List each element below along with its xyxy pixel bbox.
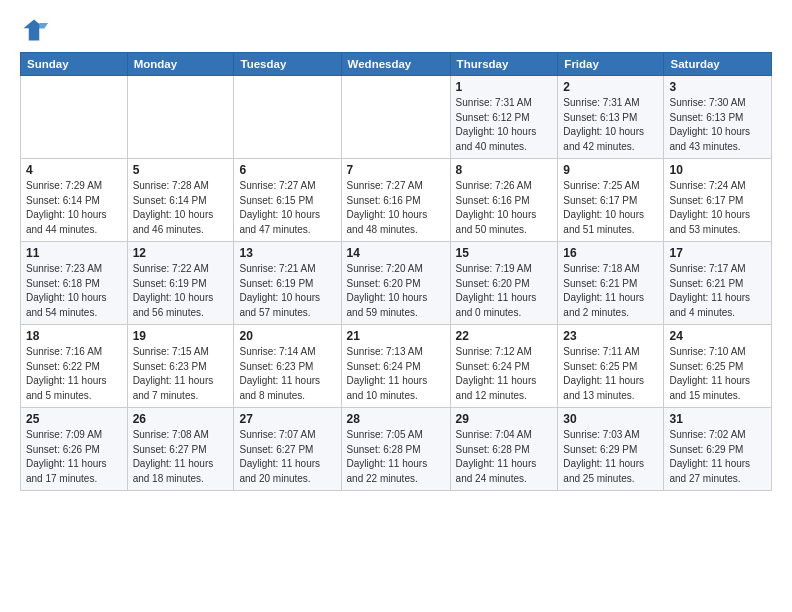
- day-cell: 2Sunrise: 7:31 AM Sunset: 6:13 PM Daylig…: [558, 76, 664, 159]
- day-cell: 13Sunrise: 7:21 AM Sunset: 6:19 PM Dayli…: [234, 242, 341, 325]
- day-number: 25: [26, 412, 122, 426]
- day-cell: 8Sunrise: 7:26 AM Sunset: 6:16 PM Daylig…: [450, 159, 558, 242]
- weekday-header-sunday: Sunday: [21, 53, 128, 76]
- day-cell: 11Sunrise: 7:23 AM Sunset: 6:18 PM Dayli…: [21, 242, 128, 325]
- day-info: Sunrise: 7:20 AM Sunset: 6:20 PM Dayligh…: [347, 262, 445, 320]
- day-info: Sunrise: 7:09 AM Sunset: 6:26 PM Dayligh…: [26, 428, 122, 486]
- day-info: Sunrise: 7:14 AM Sunset: 6:23 PM Dayligh…: [239, 345, 335, 403]
- day-info: Sunrise: 7:11 AM Sunset: 6:25 PM Dayligh…: [563, 345, 658, 403]
- day-number: 29: [456, 412, 553, 426]
- day-number: 13: [239, 246, 335, 260]
- day-info: Sunrise: 7:15 AM Sunset: 6:23 PM Dayligh…: [133, 345, 229, 403]
- day-cell: 7Sunrise: 7:27 AM Sunset: 6:16 PM Daylig…: [341, 159, 450, 242]
- day-cell: 5Sunrise: 7:28 AM Sunset: 6:14 PM Daylig…: [127, 159, 234, 242]
- day-cell: 10Sunrise: 7:24 AM Sunset: 6:17 PM Dayli…: [664, 159, 772, 242]
- day-number: 20: [239, 329, 335, 343]
- day-info: Sunrise: 7:22 AM Sunset: 6:19 PM Dayligh…: [133, 262, 229, 320]
- week-row-5: 25Sunrise: 7:09 AM Sunset: 6:26 PM Dayli…: [21, 408, 772, 491]
- day-number: 30: [563, 412, 658, 426]
- logo-icon: [20, 16, 48, 44]
- day-number: 17: [669, 246, 766, 260]
- day-info: Sunrise: 7:13 AM Sunset: 6:24 PM Dayligh…: [347, 345, 445, 403]
- day-number: 11: [26, 246, 122, 260]
- day-cell: 22Sunrise: 7:12 AM Sunset: 6:24 PM Dayli…: [450, 325, 558, 408]
- page: SundayMondayTuesdayWednesdayThursdayFrid…: [0, 0, 792, 507]
- day-cell: 29Sunrise: 7:04 AM Sunset: 6:28 PM Dayli…: [450, 408, 558, 491]
- day-cell: [21, 76, 128, 159]
- day-cell: [341, 76, 450, 159]
- day-number: 16: [563, 246, 658, 260]
- day-info: Sunrise: 7:21 AM Sunset: 6:19 PM Dayligh…: [239, 262, 335, 320]
- day-info: Sunrise: 7:29 AM Sunset: 6:14 PM Dayligh…: [26, 179, 122, 237]
- day-cell: 27Sunrise: 7:07 AM Sunset: 6:27 PM Dayli…: [234, 408, 341, 491]
- day-cell: [234, 76, 341, 159]
- day-info: Sunrise: 7:25 AM Sunset: 6:17 PM Dayligh…: [563, 179, 658, 237]
- day-number: 24: [669, 329, 766, 343]
- day-cell: 1Sunrise: 7:31 AM Sunset: 6:12 PM Daylig…: [450, 76, 558, 159]
- day-number: 22: [456, 329, 553, 343]
- day-info: Sunrise: 7:10 AM Sunset: 6:25 PM Dayligh…: [669, 345, 766, 403]
- day-number: 31: [669, 412, 766, 426]
- day-info: Sunrise: 7:31 AM Sunset: 6:13 PM Dayligh…: [563, 96, 658, 154]
- weekday-header-saturday: Saturday: [664, 53, 772, 76]
- day-number: 9: [563, 163, 658, 177]
- day-cell: [127, 76, 234, 159]
- day-info: Sunrise: 7:26 AM Sunset: 6:16 PM Dayligh…: [456, 179, 553, 237]
- day-info: Sunrise: 7:19 AM Sunset: 6:20 PM Dayligh…: [456, 262, 553, 320]
- week-row-3: 11Sunrise: 7:23 AM Sunset: 6:18 PM Dayli…: [21, 242, 772, 325]
- day-number: 10: [669, 163, 766, 177]
- day-number: 21: [347, 329, 445, 343]
- header: [20, 16, 772, 44]
- day-info: Sunrise: 7:27 AM Sunset: 6:15 PM Dayligh…: [239, 179, 335, 237]
- day-info: Sunrise: 7:12 AM Sunset: 6:24 PM Dayligh…: [456, 345, 553, 403]
- day-cell: 31Sunrise: 7:02 AM Sunset: 6:29 PM Dayli…: [664, 408, 772, 491]
- weekday-header-thursday: Thursday: [450, 53, 558, 76]
- day-number: 1: [456, 80, 553, 94]
- day-number: 4: [26, 163, 122, 177]
- day-info: Sunrise: 7:18 AM Sunset: 6:21 PM Dayligh…: [563, 262, 658, 320]
- day-cell: 14Sunrise: 7:20 AM Sunset: 6:20 PM Dayli…: [341, 242, 450, 325]
- weekday-header-wednesday: Wednesday: [341, 53, 450, 76]
- day-cell: 6Sunrise: 7:27 AM Sunset: 6:15 PM Daylig…: [234, 159, 341, 242]
- day-info: Sunrise: 7:31 AM Sunset: 6:12 PM Dayligh…: [456, 96, 553, 154]
- week-row-2: 4Sunrise: 7:29 AM Sunset: 6:14 PM Daylig…: [21, 159, 772, 242]
- day-info: Sunrise: 7:02 AM Sunset: 6:29 PM Dayligh…: [669, 428, 766, 486]
- weekday-header-tuesday: Tuesday: [234, 53, 341, 76]
- day-info: Sunrise: 7:03 AM Sunset: 6:29 PM Dayligh…: [563, 428, 658, 486]
- day-number: 19: [133, 329, 229, 343]
- day-cell: 12Sunrise: 7:22 AM Sunset: 6:19 PM Dayli…: [127, 242, 234, 325]
- day-info: Sunrise: 7:17 AM Sunset: 6:21 PM Dayligh…: [669, 262, 766, 320]
- day-info: Sunrise: 7:24 AM Sunset: 6:17 PM Dayligh…: [669, 179, 766, 237]
- day-number: 26: [133, 412, 229, 426]
- day-number: 18: [26, 329, 122, 343]
- day-cell: 24Sunrise: 7:10 AM Sunset: 6:25 PM Dayli…: [664, 325, 772, 408]
- day-cell: 18Sunrise: 7:16 AM Sunset: 6:22 PM Dayli…: [21, 325, 128, 408]
- day-number: 27: [239, 412, 335, 426]
- day-cell: 17Sunrise: 7:17 AM Sunset: 6:21 PM Dayli…: [664, 242, 772, 325]
- logo: [20, 16, 52, 44]
- svg-marker-0: [24, 20, 45, 41]
- day-cell: 19Sunrise: 7:15 AM Sunset: 6:23 PM Dayli…: [127, 325, 234, 408]
- day-number: 8: [456, 163, 553, 177]
- day-number: 5: [133, 163, 229, 177]
- day-number: 2: [563, 80, 658, 94]
- week-row-4: 18Sunrise: 7:16 AM Sunset: 6:22 PM Dayli…: [21, 325, 772, 408]
- day-cell: 20Sunrise: 7:14 AM Sunset: 6:23 PM Dayli…: [234, 325, 341, 408]
- day-info: Sunrise: 7:16 AM Sunset: 6:22 PM Dayligh…: [26, 345, 122, 403]
- day-cell: 4Sunrise: 7:29 AM Sunset: 6:14 PM Daylig…: [21, 159, 128, 242]
- calendar: SundayMondayTuesdayWednesdayThursdayFrid…: [20, 52, 772, 491]
- weekday-header-monday: Monday: [127, 53, 234, 76]
- week-row-1: 1Sunrise: 7:31 AM Sunset: 6:12 PM Daylig…: [21, 76, 772, 159]
- day-number: 3: [669, 80, 766, 94]
- day-info: Sunrise: 7:04 AM Sunset: 6:28 PM Dayligh…: [456, 428, 553, 486]
- day-number: 14: [347, 246, 445, 260]
- weekday-header-row: SundayMondayTuesdayWednesdayThursdayFrid…: [21, 53, 772, 76]
- day-info: Sunrise: 7:05 AM Sunset: 6:28 PM Dayligh…: [347, 428, 445, 486]
- day-cell: 16Sunrise: 7:18 AM Sunset: 6:21 PM Dayli…: [558, 242, 664, 325]
- day-number: 15: [456, 246, 553, 260]
- day-cell: 30Sunrise: 7:03 AM Sunset: 6:29 PM Dayli…: [558, 408, 664, 491]
- weekday-header-friday: Friday: [558, 53, 664, 76]
- day-info: Sunrise: 7:08 AM Sunset: 6:27 PM Dayligh…: [133, 428, 229, 486]
- day-cell: 21Sunrise: 7:13 AM Sunset: 6:24 PM Dayli…: [341, 325, 450, 408]
- day-info: Sunrise: 7:07 AM Sunset: 6:27 PM Dayligh…: [239, 428, 335, 486]
